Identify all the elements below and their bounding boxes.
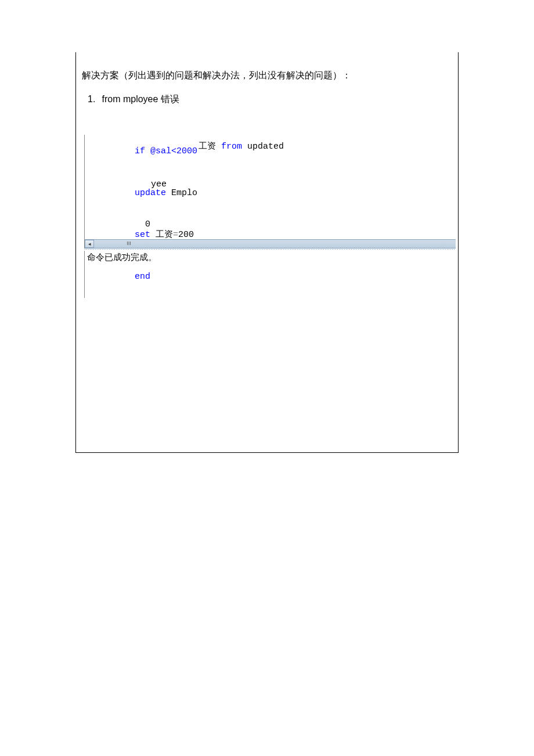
code-overlap: 工资 from updated (146, 131, 284, 163)
list-text: from mployee 错误 (102, 94, 179, 104)
list-item: 1. from mployee 错误 (76, 88, 458, 111)
code-value: 200 (178, 230, 194, 240)
list-number: 1. (88, 94, 99, 105)
scroll-left-button[interactable]: ◂ (85, 240, 94, 248)
code-operator: = (173, 230, 178, 240)
horizontal-scrollbar[interactable]: ◂ III (84, 239, 456, 249)
code-pane[interactable]: if @sal<2000 工资 from updated update Empl… (84, 135, 456, 239)
code-text: 工资 (156, 230, 173, 240)
code-text: Emplo (171, 188, 197, 198)
scroll-thumb[interactable]: III (125, 240, 132, 248)
code-overlap: 0 (145, 219, 150, 230)
section-title: 解决方案（列出遇到的问题和解决办法，列出没有解决的问题）： (76, 52, 458, 88)
document-frame: 解决方案（列出遇到的问题和解决办法，列出没有解决的问题）： 1. from mp… (75, 52, 459, 453)
code-keyword: set (135, 230, 156, 240)
code-editor: if @sal<2000 工资 from updated update Empl… (84, 135, 456, 298)
code-overlap: yee (151, 179, 167, 190)
code-keyword: end (135, 272, 150, 282)
